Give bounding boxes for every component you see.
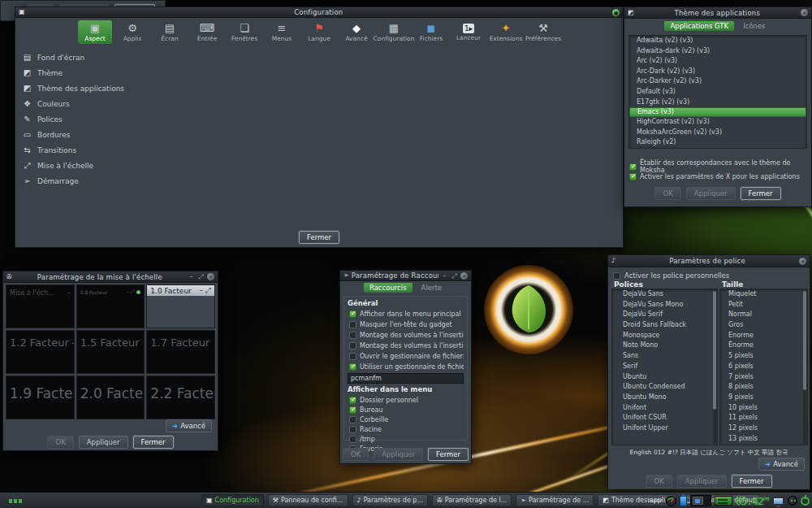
minimize-icon[interactable]: –: [188, 273, 195, 280]
close-icon[interactable]: ✕: [801, 9, 808, 16]
font-list-item[interactable]: Noto Mono: [612, 341, 717, 351]
size-list-item[interactable]: 5 pixels: [720, 351, 807, 362]
font-list-item[interactable]: DejaVu Sans: [612, 289, 717, 300]
font-list-item[interactable]: Unifont: [612, 403, 717, 414]
theme-list-item[interactable]: Raleigh (v2): [629, 137, 806, 148]
settings-list-item[interactable]: ⤢ Mise à l'échelle: [22, 158, 623, 173]
taskbar-item[interactable]: ♪ Paramètres de p...: [352, 494, 429, 506]
scrollbar[interactable]: [713, 291, 716, 443]
toolbar-item[interactable]: ▦ Configuration: [377, 20, 411, 44]
close-button[interactable]: Fermer: [732, 475, 772, 488]
enable-custom-fonts-row[interactable]: Activer les police personnelles: [608, 267, 810, 280]
font-list-item[interactable]: Ubuntu Condensed: [612, 382, 717, 393]
size-list-item[interactable]: 10 pixels: [720, 403, 807, 414]
apply-button[interactable]: Appliquer: [686, 187, 736, 200]
font-list-item[interactable]: Unifont Upper: [612, 423, 717, 434]
tab[interactable]: Alerte: [416, 283, 447, 293]
settings-list-item[interactable]: ➢ Démarrage: [22, 173, 623, 189]
titlebar[interactable]: ▣ Configuration ●: [15, 7, 623, 18]
close-button[interactable]: Fermer: [428, 448, 469, 461]
toolbar-item[interactable]: ⌨ Entrée: [190, 20, 224, 44]
font-list-item[interactable]: Droid Sans Fallback: [612, 320, 717, 331]
taskbar-item[interactable]: ▣ Configuration: [201, 494, 264, 506]
theme-list-item[interactable]: Arc (v2) (v3): [629, 56, 806, 67]
size-list-item[interactable]: 6 pixels: [720, 362, 807, 372]
checkbox[interactable]: [349, 310, 356, 318]
titlebar[interactable]: ➢ Paramétrage de Raccourcis – ⤢ ✕: [340, 271, 471, 281]
close-button[interactable]: Fermer: [299, 231, 339, 244]
ok-button[interactable]: OK: [47, 436, 73, 449]
size-list-item[interactable]: 9 pixels: [720, 393, 807, 403]
theme-list-item[interactable]: HighContrast (v2) (v3): [629, 117, 806, 128]
titlebar[interactable]: ◩ Thème des applications ✕: [624, 7, 811, 19]
checkbox[interactable]: [349, 397, 356, 404]
resize-icon[interactable]: ⤢: [197, 273, 205, 280]
checkbox[interactable]: [349, 416, 356, 423]
size-list-item[interactable]: Miquelet: [720, 289, 807, 300]
ok-button[interactable]: OK: [343, 448, 369, 461]
custom-file-manager-input[interactable]: [348, 373, 464, 384]
checkbox[interactable]: [629, 173, 637, 180]
battery-icon[interactable]: [680, 496, 687, 506]
font-list-item[interactable]: Serif: [612, 362, 717, 372]
theme-list-item[interactable]: Adwaita (v2) (v3): [629, 36, 806, 46]
scale-preview-tile[interactable]: 1.0 Facteur – ⤢: [146, 284, 215, 328]
font-list-item[interactable]: Sans: [612, 351, 717, 362]
checkbox[interactable]: [613, 272, 620, 280]
font-list-item[interactable]: Ubuntu Mono: [612, 393, 717, 403]
toolbar-item[interactable]: ⚙ Applis: [115, 20, 149, 44]
settings-list-item[interactable]: ❖ Couleurs: [22, 96, 623, 111]
checkbox-row[interactable]: Bureau: [348, 405, 464, 415]
size-list-item[interactable]: Petit: [720, 300, 807, 310]
settings-list-item[interactable]: ▭ Bordures: [22, 127, 623, 142]
scrollbar[interactable]: [803, 291, 806, 443]
scale-preview-tile[interactable]: 1.2 Facteur –: [6, 330, 75, 374]
size-list-item[interactable]: Énorme: [720, 341, 807, 351]
start-menu-icon[interactable]: [9, 499, 22, 503]
apply-button[interactable]: Appliquer: [374, 448, 423, 461]
checkbox-row[interactable]: Établir des correspondances avec le thèm…: [624, 162, 811, 172]
ok-button[interactable]: OK: [646, 475, 672, 488]
toolbar-item[interactable]: 1▸ Lanceur: [451, 20, 486, 44]
taskbar-item[interactable]: ✇ Paramétrage de l...: [432, 494, 512, 506]
close-button[interactable]: Fermer: [133, 436, 174, 449]
checkbox[interactable]: [349, 426, 356, 433]
titlebar[interactable]: ✇ Paramétrage de la mise à l'échelle – ⤢…: [3, 271, 218, 283]
scale-preview-tile[interactable]: 1.5 Facteur: [76, 330, 145, 374]
settings-list-item[interactable]: ▤ Fond d'écran: [22, 50, 623, 65]
size-list-item[interactable]: 8 pixels: [720, 382, 807, 393]
checkbox-row[interactable]: Dossier personnel: [348, 395, 464, 405]
scale-preview-tile[interactable]: 0.8 Facteur – ⤢: [76, 284, 145, 328]
scale-preview-tile[interactable]: 2.2 Facteur: [146, 376, 215, 419]
scale-preview-tile[interactable]: Mise à l'éch... –: [6, 284, 75, 328]
tab[interactable]: Applications GTK: [664, 21, 734, 31]
checkbox[interactable]: [629, 163, 637, 171]
size-list-item[interactable]: 7 pixels: [720, 372, 807, 383]
scale-preview-tile[interactable]: 2.0 Facteur: [76, 376, 145, 419]
taskbar-item[interactable]: ⚒ Panneau de confi...: [268, 494, 348, 506]
size-list-item[interactable]: 13 pixels: [720, 434, 807, 445]
theme-list-item[interactable]: MokshaArcGreen (v2) (v3): [629, 128, 806, 138]
settings-list-item[interactable]: ⇆ Transitions: [22, 142, 623, 158]
titlebar[interactable]: ♪ Paramètres de police ✕: [608, 255, 810, 267]
tab[interactable]: Raccourcis: [364, 283, 412, 293]
checkbox[interactable]: [349, 342, 356, 350]
size-list-item[interactable]: Normal: [720, 310, 807, 320]
theme-list-item[interactable]: Default (v3): [629, 87, 806, 98]
display-settings-icon[interactable]: [772, 497, 784, 506]
toolbar-item[interactable]: ✦ Extensions: [489, 20, 523, 44]
apply-button[interactable]: Appliquer: [79, 436, 128, 449]
checkbox[interactable]: [349, 406, 356, 414]
theme-list-item[interactable]: Adwaita-dark (v2) (v3): [629, 46, 806, 57]
checkbox-row[interactable]: Activer les paramètres de X pour les app…: [624, 172, 811, 181]
apply-button[interactable]: Appliquer: [677, 475, 727, 488]
settings-list-item[interactable]: ✎ Polices: [22, 111, 623, 127]
size-list-item[interactable]: Enorme: [720, 331, 807, 341]
checkbox-row[interactable]: Utiliser un gestionnaire de fichiers per…: [348, 362, 464, 372]
toolbar-item[interactable]: ◼ Fichiers: [414, 20, 448, 44]
toolbar-item[interactable]: ≡ Menus: [265, 20, 299, 44]
checkbox[interactable]: [349, 332, 356, 339]
moksha-sphere-icon[interactable]: [788, 496, 797, 506]
keyboard-layout-indicator[interactable]: bu/or: [647, 497, 662, 504]
close-icon[interactable]: ✕: [460, 272, 468, 280]
